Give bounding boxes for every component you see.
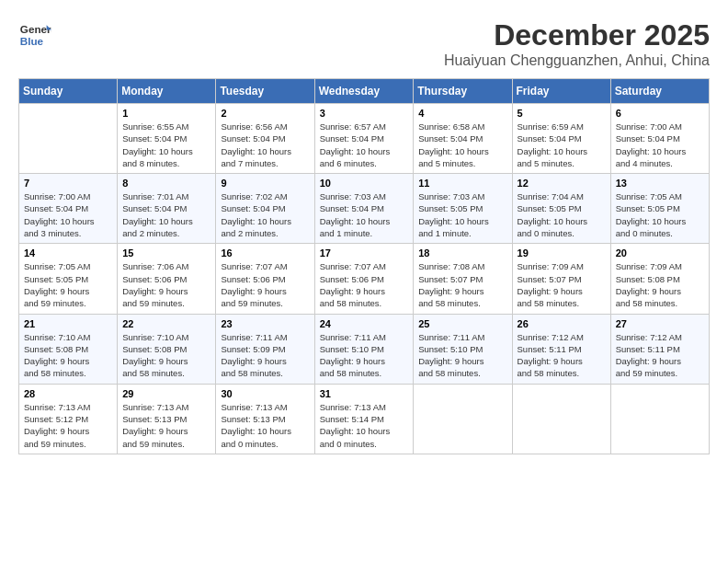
calendar-cell: 2Sunrise: 6:56 AM Sunset: 5:04 PM Daylig… <box>216 104 314 174</box>
day-number: 9 <box>221 178 309 189</box>
calendar-cell: 15Sunrise: 7:06 AM Sunset: 5:06 PM Dayli… <box>118 244 216 314</box>
day-info: Sunrise: 7:11 AM Sunset: 5:10 PM Dayligh… <box>320 331 409 380</box>
calendar-cell: 3Sunrise: 6:57 AM Sunset: 5:04 PM Daylig… <box>314 104 414 174</box>
day-info: Sunrise: 7:08 AM Sunset: 5:07 PM Dayligh… <box>418 260 506 309</box>
day-number: 14 <box>24 247 112 259</box>
svg-text:Blue: Blue <box>20 35 44 47</box>
day-info: Sunrise: 7:03 AM Sunset: 5:04 PM Dayligh… <box>320 190 409 239</box>
calendar-cell: 12Sunrise: 7:04 AM Sunset: 5:05 PM Dayli… <box>512 174 610 244</box>
week-row-5: 28Sunrise: 7:13 AM Sunset: 5:12 PM Dayli… <box>19 384 710 454</box>
day-info: Sunrise: 6:57 AM Sunset: 5:04 PM Dayligh… <box>320 121 409 169</box>
day-info: Sunrise: 7:11 AM Sunset: 5:10 PM Dayligh… <box>418 331 506 380</box>
calendar-cell: 30Sunrise: 7:13 AM Sunset: 5:13 PM Dayli… <box>216 384 314 454</box>
column-header-saturday: Saturday <box>610 79 709 104</box>
day-info: Sunrise: 7:01 AM Sunset: 5:04 PM Dayligh… <box>122 190 210 239</box>
calendar-cell: 7Sunrise: 7:00 AM Sunset: 5:04 PM Daylig… <box>19 174 118 244</box>
day-number: 7 <box>24 178 112 189</box>
calendar-cell: 22Sunrise: 7:10 AM Sunset: 5:08 PM Dayli… <box>118 314 216 384</box>
day-info: Sunrise: 7:07 AM Sunset: 5:06 PM Dayligh… <box>320 260 409 309</box>
day-number: 1 <box>122 108 210 119</box>
day-number: 24 <box>320 318 409 329</box>
day-number: 12 <box>518 178 606 189</box>
calendar-cell: 13Sunrise: 7:05 AM Sunset: 5:05 PM Dayli… <box>610 174 709 244</box>
day-info: Sunrise: 7:09 AM Sunset: 5:07 PM Dayligh… <box>518 260 606 309</box>
day-info: Sunrise: 7:13 AM Sunset: 5:14 PM Dayligh… <box>320 401 409 450</box>
column-header-wednesday: Wednesday <box>314 79 414 104</box>
calendar-cell: 18Sunrise: 7:08 AM Sunset: 5:07 PM Dayli… <box>414 244 512 314</box>
month-title: December 2025 <box>444 18 710 52</box>
day-info: Sunrise: 7:09 AM Sunset: 5:08 PM Dayligh… <box>616 260 704 309</box>
day-info: Sunrise: 7:12 AM Sunset: 5:11 PM Dayligh… <box>518 331 606 380</box>
calendar-cell: 10Sunrise: 7:03 AM Sunset: 5:04 PM Dayli… <box>314 174 414 244</box>
day-info: Sunrise: 7:11 AM Sunset: 5:09 PM Dayligh… <box>221 331 309 380</box>
day-number: 31 <box>320 388 409 399</box>
day-info: Sunrise: 7:10 AM Sunset: 5:08 PM Dayligh… <box>122 331 210 380</box>
day-number: 17 <box>320 247 409 259</box>
calendar-cell: 27Sunrise: 7:12 AM Sunset: 5:11 PM Dayli… <box>610 314 709 384</box>
day-number: 16 <box>221 247 309 259</box>
day-info: Sunrise: 6:55 AM Sunset: 5:04 PM Dayligh… <box>122 121 210 169</box>
calendar-cell <box>610 384 709 454</box>
day-number: 18 <box>418 247 506 259</box>
calendar-cell: 26Sunrise: 7:12 AM Sunset: 5:11 PM Dayli… <box>512 314 610 384</box>
column-header-friday: Friday <box>512 79 610 104</box>
calendar-cell: 14Sunrise: 7:05 AM Sunset: 5:05 PM Dayli… <box>19 244 118 314</box>
day-number: 20 <box>616 247 704 259</box>
calendar-cell <box>19 104 118 174</box>
day-info: Sunrise: 7:02 AM Sunset: 5:04 PM Dayligh… <box>221 190 309 239</box>
day-info: Sunrise: 6:56 AM Sunset: 5:04 PM Dayligh… <box>221 121 309 169</box>
day-number: 23 <box>221 318 309 329</box>
calendar-cell: 9Sunrise: 7:02 AM Sunset: 5:04 PM Daylig… <box>216 174 314 244</box>
day-info: Sunrise: 7:05 AM Sunset: 5:05 PM Dayligh… <box>616 190 704 239</box>
day-number: 21 <box>24 318 112 329</box>
calendar-cell: 23Sunrise: 7:11 AM Sunset: 5:09 PM Dayli… <box>216 314 314 384</box>
day-number: 6 <box>616 108 704 119</box>
day-info: Sunrise: 7:05 AM Sunset: 5:05 PM Dayligh… <box>24 260 112 309</box>
calendar-cell: 19Sunrise: 7:09 AM Sunset: 5:07 PM Dayli… <box>512 244 610 314</box>
day-info: Sunrise: 7:04 AM Sunset: 5:05 PM Dayligh… <box>518 190 606 239</box>
day-number: 28 <box>24 388 112 399</box>
calendar-cell: 1Sunrise: 6:55 AM Sunset: 5:04 PM Daylig… <box>118 104 216 174</box>
calendar-cell <box>512 384 610 454</box>
day-info: Sunrise: 7:00 AM Sunset: 5:04 PM Dayligh… <box>616 121 704 169</box>
calendar-cell: 16Sunrise: 7:07 AM Sunset: 5:06 PM Dayli… <box>216 244 314 314</box>
day-number: 26 <box>518 318 606 329</box>
week-row-1: 1Sunrise: 6:55 AM Sunset: 5:04 PM Daylig… <box>19 104 710 174</box>
calendar-cell: 11Sunrise: 7:03 AM Sunset: 5:05 PM Dayli… <box>414 174 512 244</box>
day-number: 13 <box>616 178 704 189</box>
day-number: 19 <box>518 247 606 259</box>
day-number: 4 <box>418 108 506 119</box>
day-number: 3 <box>320 108 409 119</box>
logo: General Blue <box>18 18 51 52</box>
day-number: 25 <box>418 318 506 329</box>
header: General Blue December 2025 Huaiyuan Chen… <box>18 18 710 69</box>
calendar-cell <box>414 384 512 454</box>
calendar-cell: 8Sunrise: 7:01 AM Sunset: 5:04 PM Daylig… <box>118 174 216 244</box>
calendar-cell: 5Sunrise: 6:59 AM Sunset: 5:04 PM Daylig… <box>512 104 610 174</box>
day-info: Sunrise: 7:06 AM Sunset: 5:06 PM Dayligh… <box>122 260 210 309</box>
calendar-cell: 4Sunrise: 6:58 AM Sunset: 5:04 PM Daylig… <box>414 104 512 174</box>
column-header-tuesday: Tuesday <box>216 79 314 104</box>
title-area: December 2025 Huaiyuan Chengguanzhen, An… <box>444 18 710 69</box>
day-number: 15 <box>122 247 210 259</box>
day-number: 29 <box>122 388 210 399</box>
column-header-thursday: Thursday <box>414 79 512 104</box>
calendar-cell: 25Sunrise: 7:11 AM Sunset: 5:10 PM Dayli… <box>414 314 512 384</box>
day-info: Sunrise: 7:07 AM Sunset: 5:06 PM Dayligh… <box>221 260 309 309</box>
column-header-sunday: Sunday <box>19 79 118 104</box>
day-info: Sunrise: 7:10 AM Sunset: 5:08 PM Dayligh… <box>24 331 112 380</box>
day-number: 27 <box>616 318 704 329</box>
column-header-monday: Monday <box>118 79 216 104</box>
calendar-cell: 21Sunrise: 7:10 AM Sunset: 5:08 PM Dayli… <box>19 314 118 384</box>
day-info: Sunrise: 7:00 AM Sunset: 5:04 PM Dayligh… <box>24 190 112 239</box>
day-number: 11 <box>418 178 506 189</box>
calendar-cell: 31Sunrise: 7:13 AM Sunset: 5:14 PM Dayli… <box>314 384 414 454</box>
calendar-cell: 20Sunrise: 7:09 AM Sunset: 5:08 PM Dayli… <box>610 244 709 314</box>
calendar-cell: 24Sunrise: 7:11 AM Sunset: 5:10 PM Dayli… <box>314 314 414 384</box>
calendar-cell: 17Sunrise: 7:07 AM Sunset: 5:06 PM Dayli… <box>314 244 414 314</box>
day-info: Sunrise: 7:12 AM Sunset: 5:11 PM Dayligh… <box>616 331 704 380</box>
day-number: 30 <box>221 388 309 399</box>
day-number: 8 <box>122 178 210 189</box>
calendar-cell: 28Sunrise: 7:13 AM Sunset: 5:12 PM Dayli… <box>19 384 118 454</box>
day-info: Sunrise: 7:13 AM Sunset: 5:12 PM Dayligh… <box>24 401 112 450</box>
